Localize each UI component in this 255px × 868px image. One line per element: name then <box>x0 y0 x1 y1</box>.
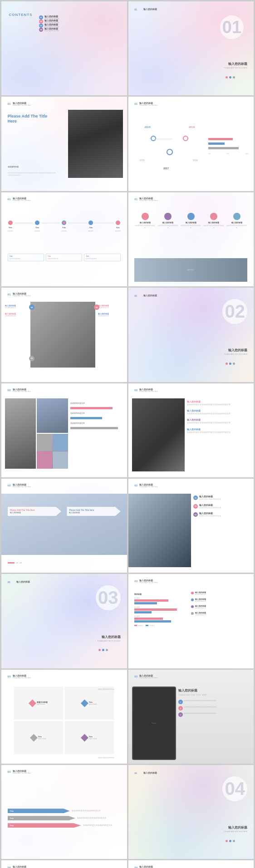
cover01-dots <box>226 76 235 78</box>
contents-item-3: 03 输入您的标题 Please add the title here <box>39 24 123 28</box>
building-image <box>30 302 96 368</box>
bottom-indicators <box>8 562 121 564</box>
slide-two-arrows: 02 输入您的标题 Please Add The Title Here Plea… <box>1 479 127 573</box>
slide-num-01: 01 <box>134 8 137 11</box>
cover03-dots <box>98 649 108 651</box>
slide-please-add: 01 输入您的标题 Please Add The Title Here Plea… <box>1 97 127 191</box>
slide-contents: CONTENTS 01 输入您的标题 Please add the title … <box>1 1 127 95</box>
tunnel-image <box>68 110 123 177</box>
text-items: 输入您的标题 在此填写内容文本在此填写内容文本在此填写内容文本 输入您的标题 在… <box>187 400 250 434</box>
slide-title-header: 输入您的标题 <box>143 8 157 10</box>
process-steps: Title 在此填写 Title 在此填写 Title 在此填写 Title 在… <box>8 221 121 232</box>
contents-item-1: 01 输入您的标题 Please add the title here <box>39 15 123 20</box>
slide-numbered-corridor: 02 输入您的标题 Please Add The Title Here 01 输… <box>128 479 254 573</box>
big-number-02: 02 <box>222 299 247 324</box>
city-image: 城市图片 <box>134 258 247 282</box>
phone-shape: Phone <box>132 687 176 760</box>
hbar-chart: 图表标题 输入标签 输入标签 输入标签 S <box>134 593 191 664</box>
year-timeline: 2016 2019 2015 2017 2018 <box>138 120 201 172</box>
device-photo <box>132 398 185 472</box>
arrows-overlay: Please Add The Title Here 输入您的标题 Please … <box>8 507 121 516</box>
cover04-title: 输入您的标题 PLEASE ADD THE TITLE HERE <box>224 825 247 833</box>
corridor-photo <box>128 494 191 567</box>
diamond-layout: 标题文本标签 标题文本标签 Title 标题文本标签 Title 标题文本标 <box>14 687 114 754</box>
contents-item-4: 04 输入您的标题 Please add the title here <box>39 28 123 32</box>
slide-phone-mockup: 03 输入您的标题 Please Add The Title Here Phon… <box>128 670 254 764</box>
five-columns: 输入您的标题 在此填写内容文本在此填写内容文本 输入您的标题 在此填写内容文本在… <box>134 213 247 229</box>
legend-items: 输入您的标题 在此填写内容文本 输入您的标题 在此填写内容文本 输入您的标题 在… <box>191 591 250 616</box>
big-number-04: 04 <box>222 776 247 801</box>
contents-label: CONTENTS <box>9 13 33 17</box>
slide-grid: CONTENTS 01 输入您的标题 Please add the title … <box>0 0 255 868</box>
slide-5col: 01 输入您的标题 Please Add The Title Here 输入您的… <box>128 192 254 286</box>
slide-phone-right: 02 输入您的标题 Please Add The Title Here 输入您的… <box>128 383 254 477</box>
num-badge-1: 01 <box>39 15 43 20</box>
slide-cover-03: 03 输入您的标题 03 输入您的标题 PLEASE ADD THE TITLE… <box>1 574 127 668</box>
process-details: Title 在此填写内容文本 Title 在此填写内容文本 Title 在此填写… <box>8 254 121 261</box>
slide-three-photos: 04 输入您的标题 Please Add The Title Here Plea… <box>1 860 127 868</box>
cover02-dots <box>226 363 235 365</box>
cover01-title: 输入您的标题 PLEASE ADD THE TITLE HERE <box>224 62 247 69</box>
text-bars: 在此填写内容文本 在此填写内容文本 在此填写内容文本 <box>70 402 123 429</box>
slide-puzzle: 01 输入您的标题 Please Add The Title Here 输入您的… <box>1 288 127 382</box>
slide-cover-01: 01 输入您的标题 PLEASE ADD THE TITLE HERE 01 输… <box>128 1 254 95</box>
slide-cover-02: 02 输入您的标题 02 输入您的标题 PLEASE ADD THE TITLE… <box>128 288 254 382</box>
cover04-dots <box>226 840 235 842</box>
numbered-list: 01 输入您的标题 在此填写内容文本在此填写内容文本 02 输入您的标题 在此填… <box>193 495 250 517</box>
cover02-title: 输入您的标题 PLEASE ADD THE TITLE HERE <box>224 348 247 355</box>
contents-item-2: 02 输入您的标题 Please add the title here <box>39 20 123 24</box>
left-text: 输入您的标题 在此填写内容文本 输入您的标题 在此填写内容文本 <box>5 304 30 317</box>
bg-building <box>1 494 127 555</box>
right-text: 输入您的标题 在此填写内容文本 输入您的标题 在此填写内容文本 <box>98 304 123 317</box>
big-number-03: 03 <box>96 585 121 610</box>
slide-cover-04: 04 输入您的标题 04 输入您的标题 PLEASE ADD THE TITLE… <box>128 765 254 859</box>
slide-bar-chart: 01 输入您的标题 Please Add The Title Here 2016… <box>128 97 254 191</box>
slide-photo-bars: 02 输入您的标题 Please Add The Title Here 在此填写… <box>1 383 127 477</box>
slide-v-arrows: 03 输入您的标题 Please Add The Title Here Titl… <box>1 765 127 859</box>
slide-process-h: 01 输入您的标题 Please Add The Title Here Titl… <box>1 192 127 286</box>
v-arrows-list: Title 在此填写内容文本在此填写内容文本 Title 在此填写内容文本在此填… <box>8 782 121 854</box>
slide-pie-chart: 04 输入您的标题 Please Add The Title Here Plea… <box>128 860 254 868</box>
photo-grid <box>5 398 68 469</box>
slide-diamond: 03 输入您的标题 Please Add The Title Here 标题文本… <box>1 670 127 764</box>
phone-content-right: 输入您的标题 PLEASE ADD THE TITLE HERE ① 在此填写内… <box>178 688 250 717</box>
big-title-text: Please Add The Title Here <box>8 114 55 124</box>
bar-chart-area: 0% 50% 100% <box>208 120 248 172</box>
cover03-title: 输入您的标题 PLEASE ADD THE TITLE HERE <box>98 635 121 642</box>
big-number-01: 01 <box>220 15 244 39</box>
slide-hbar-legend: 03 输入您的标题 Please Add The Title Here 图表标题… <box>128 574 254 668</box>
